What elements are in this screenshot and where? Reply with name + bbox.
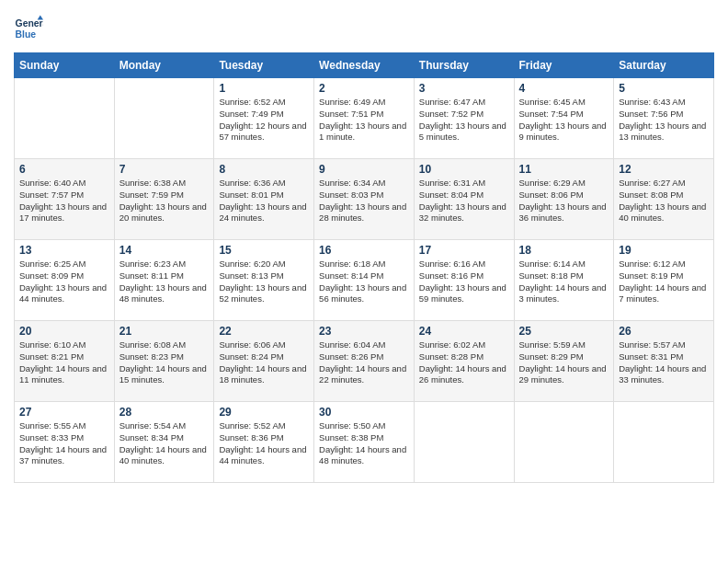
day-number: 28 — [119, 406, 210, 419]
day-number: 3 — [419, 82, 509, 95]
day-info: Sunrise: 6:23 AMSunset: 8:11 PMDaylight:… — [119, 259, 210, 305]
day-number: 2 — [319, 82, 409, 95]
svg-text:Blue: Blue — [16, 29, 37, 40]
weekday-thursday: Thursday — [414, 53, 514, 78]
calendar-cell: 9Sunrise: 6:34 AMSunset: 8:03 PMDaylight… — [314, 159, 415, 240]
day-number: 30 — [319, 406, 409, 419]
calendar-cell: 24Sunrise: 6:02 AMSunset: 8:28 PMDayligh… — [414, 321, 514, 402]
day-info: Sunrise: 6:14 AMSunset: 8:18 PMDaylight:… — [519, 259, 609, 305]
day-number: 14 — [119, 244, 210, 257]
day-info: Sunrise: 6:34 AMSunset: 8:03 PMDaylight:… — [319, 178, 409, 224]
calendar-cell: 15Sunrise: 6:20 AMSunset: 8:13 PMDayligh… — [214, 240, 314, 321]
calendar-cell: 27Sunrise: 5:55 AMSunset: 8:33 PMDayligh… — [15, 402, 115, 483]
weekday-wednesday: Wednesday — [314, 53, 415, 78]
day-number: 11 — [519, 163, 609, 176]
day-info: Sunrise: 6:12 AMSunset: 8:19 PMDaylight:… — [619, 259, 709, 305]
calendar-cell — [414, 402, 514, 483]
day-number: 4 — [519, 82, 609, 95]
day-info: Sunrise: 6:43 AMSunset: 7:56 PMDaylight:… — [619, 97, 709, 144]
day-number: 17 — [419, 244, 509, 257]
day-number: 10 — [419, 163, 509, 176]
calendar-table: SundayMondayTuesdayWednesdayThursdayFrid… — [14, 52, 714, 483]
day-info: Sunrise: 6:16 AMSunset: 8:16 PMDaylight:… — [419, 259, 509, 305]
day-number: 15 — [219, 244, 309, 257]
day-info: Sunrise: 6:45 AMSunset: 7:54 PMDaylight:… — [519, 97, 609, 144]
calendar-cell: 4Sunrise: 6:45 AMSunset: 7:54 PMDaylight… — [514, 78, 614, 159]
day-number: 1 — [219, 82, 309, 95]
calendar-cell: 22Sunrise: 6:06 AMSunset: 8:24 PMDayligh… — [214, 321, 314, 402]
day-number: 12 — [619, 163, 709, 176]
day-info: Sunrise: 6:52 AMSunset: 7:49 PMDaylight:… — [219, 97, 309, 144]
calendar-cell: 12Sunrise: 6:27 AMSunset: 8:08 PMDayligh… — [614, 159, 714, 240]
day-info: Sunrise: 6:31 AMSunset: 8:04 PMDaylight:… — [419, 178, 509, 224]
calendar-cell: 1Sunrise: 6:52 AMSunset: 7:49 PMDaylight… — [214, 78, 314, 159]
day-info: Sunrise: 6:49 AMSunset: 7:51 PMDaylight:… — [319, 97, 409, 144]
calendar-cell: 14Sunrise: 6:23 AMSunset: 8:11 PMDayligh… — [114, 240, 214, 321]
calendar-cell: 28Sunrise: 5:54 AMSunset: 8:34 PMDayligh… — [114, 402, 214, 483]
day-number: 9 — [319, 163, 409, 176]
calendar-cell: 16Sunrise: 6:18 AMSunset: 8:14 PMDayligh… — [314, 240, 415, 321]
calendar-cell: 18Sunrise: 6:14 AMSunset: 8:18 PMDayligh… — [514, 240, 614, 321]
calendar-cell: 17Sunrise: 6:16 AMSunset: 8:16 PMDayligh… — [414, 240, 514, 321]
day-info: Sunrise: 5:50 AMSunset: 8:38 PMDaylight:… — [319, 420, 409, 467]
calendar-body: 1Sunrise: 6:52 AMSunset: 7:49 PMDaylight… — [15, 78, 714, 483]
day-number: 16 — [319, 244, 409, 257]
calendar-cell: 10Sunrise: 6:31 AMSunset: 8:04 PMDayligh… — [414, 159, 514, 240]
day-info: Sunrise: 6:36 AMSunset: 8:01 PMDaylight:… — [219, 178, 309, 224]
calendar-cell: 5Sunrise: 6:43 AMSunset: 7:56 PMDaylight… — [614, 78, 714, 159]
day-info: Sunrise: 6:02 AMSunset: 8:28 PMDaylight:… — [419, 339, 509, 386]
day-number: 23 — [319, 325, 409, 338]
svg-marker-2 — [38, 16, 43, 20]
day-number: 7 — [119, 163, 210, 176]
day-info: Sunrise: 5:52 AMSunset: 8:36 PMDaylight:… — [219, 420, 309, 467]
calendar-cell: 23Sunrise: 6:04 AMSunset: 8:26 PMDayligh… — [314, 321, 415, 402]
day-number: 27 — [19, 406, 109, 419]
day-info: Sunrise: 6:20 AMSunset: 8:13 PMDaylight:… — [219, 259, 309, 305]
calendar-week-4: 20Sunrise: 6:10 AMSunset: 8:21 PMDayligh… — [15, 321, 714, 402]
weekday-tuesday: Tuesday — [214, 53, 314, 78]
calendar-cell — [614, 402, 714, 483]
day-info: Sunrise: 6:27 AMSunset: 8:08 PMDaylight:… — [619, 178, 709, 224]
day-number: 6 — [19, 163, 109, 176]
day-number: 25 — [519, 325, 609, 338]
day-info: Sunrise: 5:57 AMSunset: 8:31 PMDaylight:… — [619, 339, 709, 386]
calendar-cell: 3Sunrise: 6:47 AMSunset: 7:52 PMDaylight… — [414, 78, 514, 159]
calendar-cell: 30Sunrise: 5:50 AMSunset: 8:38 PMDayligh… — [314, 402, 415, 483]
calendar-cell: 26Sunrise: 5:57 AMSunset: 8:31 PMDayligh… — [614, 321, 714, 402]
day-number: 13 — [19, 244, 109, 257]
day-number: 18 — [519, 244, 609, 257]
day-number: 22 — [219, 325, 309, 338]
day-number: 24 — [419, 325, 509, 338]
day-info: Sunrise: 6:08 AMSunset: 8:23 PMDaylight:… — [119, 339, 210, 386]
day-number: 5 — [619, 82, 709, 95]
calendar-cell — [514, 402, 614, 483]
weekday-monday: Monday — [114, 53, 214, 78]
svg-text:General: General — [16, 18, 43, 29]
calendar-cell: 8Sunrise: 6:36 AMSunset: 8:01 PMDaylight… — [214, 159, 314, 240]
day-info: Sunrise: 6:25 AMSunset: 8:09 PMDaylight:… — [19, 259, 109, 305]
day-info: Sunrise: 6:06 AMSunset: 8:24 PMDaylight:… — [219, 339, 309, 386]
page-header: General Blue — [14, 14, 714, 43]
logo: General Blue — [14, 14, 47, 43]
day-info: Sunrise: 6:10 AMSunset: 8:21 PMDaylight:… — [19, 339, 109, 386]
weekday-sunday: Sunday — [15, 53, 115, 78]
calendar-cell: 2Sunrise: 6:49 AMSunset: 7:51 PMDaylight… — [314, 78, 415, 159]
calendar-cell: 6Sunrise: 6:40 AMSunset: 7:57 PMDaylight… — [15, 159, 115, 240]
day-info: Sunrise: 6:04 AMSunset: 8:26 PMDaylight:… — [319, 339, 409, 386]
calendar-cell: 20Sunrise: 6:10 AMSunset: 8:21 PMDayligh… — [15, 321, 115, 402]
day-number: 29 — [219, 406, 309, 419]
calendar-cell — [15, 78, 115, 159]
calendar-cell — [114, 78, 214, 159]
calendar-week-5: 27Sunrise: 5:55 AMSunset: 8:33 PMDayligh… — [15, 402, 714, 483]
calendar-week-2: 6Sunrise: 6:40 AMSunset: 7:57 PMDaylight… — [15, 159, 714, 240]
logo-icon: General Blue — [14, 14, 43, 43]
day-info: Sunrise: 6:18 AMSunset: 8:14 PMDaylight:… — [319, 259, 409, 305]
day-number: 20 — [19, 325, 109, 338]
calendar-cell: 19Sunrise: 6:12 AMSunset: 8:19 PMDayligh… — [614, 240, 714, 321]
calendar-cell: 25Sunrise: 5:59 AMSunset: 8:29 PMDayligh… — [514, 321, 614, 402]
day-info: Sunrise: 5:55 AMSunset: 8:33 PMDaylight:… — [19, 420, 109, 467]
weekday-friday: Friday — [514, 53, 614, 78]
calendar-cell: 11Sunrise: 6:29 AMSunset: 8:06 PMDayligh… — [514, 159, 614, 240]
day-info: Sunrise: 6:47 AMSunset: 7:52 PMDaylight:… — [419, 97, 509, 144]
day-info: Sunrise: 6:29 AMSunset: 8:06 PMDaylight:… — [519, 178, 609, 224]
